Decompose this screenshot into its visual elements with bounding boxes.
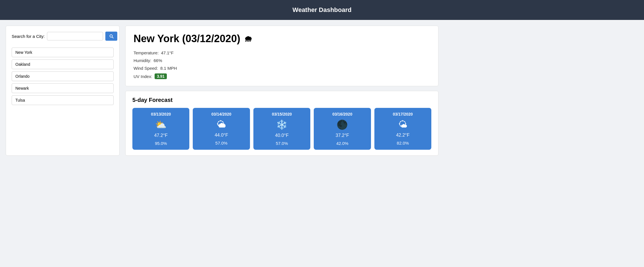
temperature-value: 47.1°F <box>161 50 173 55</box>
city-item[interactable]: New York <box>12 48 114 57</box>
current-weather-icon: 🌧 <box>244 34 252 44</box>
city-list: New York Oakland Orlando Newark Tulsa <box>12 48 114 105</box>
forecast-icon-1: ⛅ <box>155 119 167 130</box>
forecast-card: 5-day Forecast 03/13/2020 ⛅ 47.2°F 95.0%… <box>125 91 438 156</box>
forecast-icon-5: 🌤 <box>398 119 407 130</box>
current-weather-card: New York (03/12/2020) 🌧 Temperature: 47.… <box>125 26 438 86</box>
forecast-humidity-3: 57.0% <box>276 141 288 146</box>
search-row: Search for a City: <box>12 32 114 41</box>
wind-label: Wind Speed: <box>134 66 158 71</box>
forecast-temp-3: 40.0°F <box>275 133 288 138</box>
app-title: Weather Dashboard <box>292 6 351 13</box>
forecast-day-4: 03/16/2020 🌑 37.2°F 42.0% <box>314 108 371 150</box>
city-item[interactable]: Orlando <box>12 71 114 81</box>
forecast-temp-2: 44.0°F <box>215 133 228 138</box>
forecast-title: 5-day Forecast <box>132 97 431 103</box>
forecast-humidity-4: 42.0% <box>336 141 348 146</box>
forecast-temp-5: 42.2°F <box>396 133 409 138</box>
forecast-icon-2: 🌥 <box>217 119 226 130</box>
forecast-date-1: 03/13/2020 <box>151 112 171 116</box>
forecast-humidity-5: 82.0% <box>397 141 409 145</box>
forecast-icon-4: 🌑 <box>337 119 348 130</box>
humidity-row: Humidity: 66% <box>134 58 430 63</box>
search-icon <box>109 34 114 39</box>
forecast-day-3: 03/15/2020 ❄️ 40.0°F 57.0% <box>253 108 310 150</box>
search-input[interactable] <box>47 32 103 40</box>
weather-city-date: New York (03/12/2020) <box>134 33 240 45</box>
wind-value: 8.1 MPH <box>160 66 177 71</box>
search-label: Search for a City: <box>12 34 45 39</box>
temperature-label: Temperature: <box>134 50 159 55</box>
left-panel: Search for a City: New York Oakland Orla… <box>6 26 120 156</box>
humidity-value: 66% <box>154 58 162 63</box>
weather-title: New York (03/12/2020) 🌧 <box>134 33 430 45</box>
forecast-date-3: 03/15/2020 <box>272 112 292 116</box>
forecast-date-5: 03/17/2020 <box>393 112 413 116</box>
forecast-date-4: 03/16/2020 <box>332 112 352 116</box>
forecast-humidity-1: 95.0% <box>155 141 167 146</box>
forecast-icon-3: ❄️ <box>276 119 288 130</box>
city-item[interactable]: Oakland <box>12 59 114 69</box>
forecast-day-2: 03/14/2020 🌥 44.0°F 57.0% <box>193 108 250 150</box>
forecast-day-1: 03/13/2020 ⛅ 47.2°F 95.0% <box>132 108 189 150</box>
city-item[interactable]: Newark <box>12 83 114 93</box>
humidity-label: Humidity: <box>134 58 151 63</box>
forecast-date-2: 03/14/2020 <box>212 112 231 116</box>
temperature-row: Temperature: 47.1°F <box>134 50 430 55</box>
city-item[interactable]: Tulsa <box>12 95 114 105</box>
uv-row: UV Index: 3.91 <box>134 73 430 79</box>
forecast-temp-1: 47.2°F <box>154 133 168 138</box>
forecast-temp-4: 37.2°F <box>336 133 349 138</box>
search-button[interactable] <box>105 32 117 41</box>
app-header: Weather Dashboard <box>0 0 644 20</box>
uv-label: UV Index: <box>134 74 152 79</box>
forecast-humidity-2: 57.0% <box>215 141 227 145</box>
right-panel: New York (03/12/2020) 🌧 Temperature: 47.… <box>125 26 438 156</box>
uv-badge: 3.91 <box>155 73 167 79</box>
forecast-day-5: 03/17/2020 🌤 42.2°F 82.0% <box>374 108 431 150</box>
forecast-grid: 03/13/2020 ⛅ 47.2°F 95.0% 03/14/2020 🌥 4… <box>132 108 431 150</box>
wind-row: Wind Speed: 8.1 MPH <box>134 66 430 71</box>
weather-details: Temperature: 47.1°F Humidity: 66% Wind S… <box>134 50 430 79</box>
